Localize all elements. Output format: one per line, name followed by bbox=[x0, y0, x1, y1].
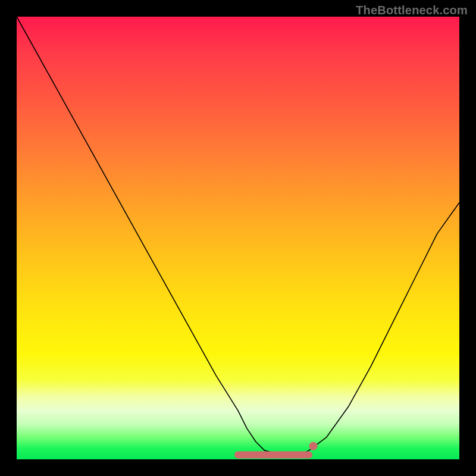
chart-stage: TheBottleneck.com bbox=[0, 0, 476, 476]
bottleneck-curve bbox=[17, 17, 459, 455]
chart-svg bbox=[17, 17, 459, 459]
highlight-end-dot bbox=[309, 442, 317, 450]
watermark-text: TheBottleneck.com bbox=[356, 4, 468, 17]
chart-plot-area bbox=[17, 17, 459, 459]
